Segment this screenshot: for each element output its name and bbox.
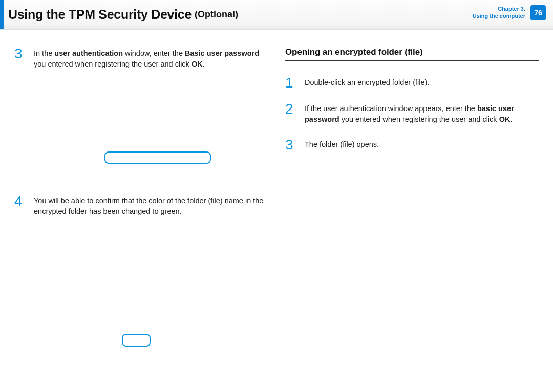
highlight-button-ok [122,334,151,347]
chapter-title: Using the computer [473,13,525,20]
text-part: window, enter the [123,49,185,57]
text-bold: OK [499,115,511,123]
left-column: 3 In the user authentication window, ent… [14,47,268,347]
text-bold: Basic user password [185,49,259,57]
step-4-left: 4 You will be able to confirm that the c… [14,194,268,217]
page-header: Using the TPM Security Device (Optional)… [0,0,553,30]
step-3-right: 3 The folder (file) opens. [285,138,539,151]
text-part: . [203,60,205,68]
step-number: 2 [285,102,299,125]
step-text: You will be able to confirm that the col… [34,194,268,217]
page-title-suffix: (Optional) [195,9,238,20]
step-text: In the user authentication window, enter… [34,47,268,70]
text-bold: OK [192,60,203,68]
step-number: 1 [285,76,299,89]
step-3-left: 3 In the user authentication window, ent… [14,47,268,70]
header-meta: Chapter 3. Using the computer 76 [473,5,546,20]
step-text: Double-click an encrypted folder (file). [305,76,539,89]
text-part: In the [34,49,54,57]
step-text: If the user authentication window appear… [305,102,539,125]
highlight-input-field-large [104,151,211,164]
text-part: you entered when registering the user an… [34,60,192,68]
right-column: Opening an encrypted folder (file) 1 Dou… [285,47,539,347]
text-part: If the user authentication window appear… [305,104,477,113]
step-2-right: 2 If the user authentication window appe… [285,102,539,125]
step-number: 3 [14,47,28,70]
page-number-badge: 76 [530,5,546,20]
subheading: Opening an encrypted folder (file) [285,47,539,61]
text-part: you entered when registering the user an… [339,115,499,123]
page-title: Using the TPM Security Device [8,7,192,22]
step-number: 3 [285,138,299,151]
step-1-right: 1 Double-click an encrypted folder (file… [285,76,539,89]
step-number: 4 [14,194,28,217]
text-bold: user authentication [54,49,123,57]
step-text: The folder (file) opens. [305,138,539,151]
text-part: . [510,115,512,123]
chapter-info: Chapter 3. Using the computer [473,6,525,20]
header-accent-bar [0,0,4,29]
page-body: 3 In the user authentication window, ent… [0,30,553,352]
chapter-number: Chapter 3. [473,6,525,13]
